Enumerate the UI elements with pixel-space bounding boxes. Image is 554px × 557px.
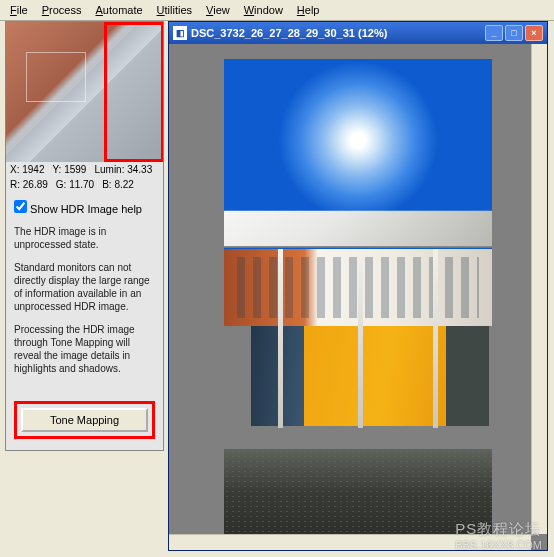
y-value: 1599 (64, 164, 86, 175)
coord-readout: X: 1942 Y: 1599 Lumin: 34.33 (6, 162, 163, 177)
photo-pillar (278, 249, 283, 428)
lumin-value: 34.33 (127, 164, 152, 175)
vertical-scrollbar[interactable] (531, 44, 547, 534)
photo-pillar (358, 249, 363, 428)
image-titlebar[interactable]: ◧ DSC_3732_26_27_28_29_30_31 (12%) _ □ × (169, 22, 547, 44)
hdr-photo (224, 59, 492, 535)
tone-mapping-button[interactable]: Tone Mapping (21, 408, 148, 432)
help-p1: The HDR image is in unprocessed state. (14, 225, 155, 251)
y-label: Y: (52, 164, 61, 175)
menubar: File Process Automate Utilities View Win… (0, 0, 554, 21)
r-label: R: (10, 179, 20, 190)
watermark: PS教程论坛 BBS.16XX8.COM (455, 520, 542, 551)
b-label: B: (102, 179, 111, 190)
minimize-button[interactable]: _ (485, 25, 503, 41)
show-help-checkbox[interactable] (14, 200, 27, 213)
menu-utilities[interactable]: Utilities (151, 2, 198, 18)
hdr-preview[interactable]: _ × (6, 22, 163, 162)
image-canvas[interactable] (169, 44, 547, 550)
help-checkbox-row: Show HDR Image help (14, 200, 155, 215)
help-p3: Processing the HDR image through Tone Ma… (14, 323, 155, 375)
watermark-line2: BBS.16XX8.COM (455, 539, 542, 551)
photo-dark-side (446, 326, 489, 426)
help-p2: Standard monitors can not directly displ… (14, 261, 155, 313)
watermark-line1: PS教程论坛 (455, 520, 542, 539)
preview-panel: _ × X: 1942 Y: 1599 Lumin: 34.33 R: 26.8… (5, 21, 164, 451)
r-value: 26.89 (23, 179, 48, 190)
menu-file[interactable]: File (4, 2, 34, 18)
maximize-button[interactable]: □ (505, 25, 523, 41)
photo-orange-wall (304, 326, 451, 426)
image-window-icon: ◧ (173, 26, 187, 40)
g-label: G: (56, 179, 67, 190)
photo-pillar (433, 249, 438, 428)
rgb-readout: R: 26.89 G: 11.70 B: 8.22 (6, 177, 163, 192)
g-value: 11.70 (69, 179, 94, 190)
image-window: ◧ DSC_3732_26_27_28_29_30_31 (12%) _ □ × (168, 21, 548, 551)
x-label: X: (10, 164, 19, 175)
help-section: Show HDR Image help The HDR image is in … (6, 192, 163, 393)
menu-window[interactable]: Window (238, 2, 289, 18)
image-window-title: DSC_3732_26_27_28_29_30_31 (12%) (191, 27, 483, 39)
menu-process[interactable]: Process (36, 2, 88, 18)
x-value: 1942 (22, 164, 44, 175)
menu-automate[interactable]: Automate (90, 2, 149, 18)
photo-cobblestone (224, 449, 492, 535)
preview-crosshair (26, 52, 86, 102)
photo-roof (224, 211, 492, 248)
close-button[interactable]: × (525, 25, 543, 41)
show-help-label: Show HDR Image help (30, 203, 142, 215)
b-value: 8.22 (114, 179, 133, 190)
lumin-label: Lumin: (94, 164, 124, 175)
menu-help[interactable]: Help (291, 2, 326, 18)
photo-building (224, 221, 492, 459)
tone-mapping-highlight: Tone Mapping (14, 401, 155, 439)
help-text: The HDR image is in unprocessed state. S… (14, 225, 155, 375)
menu-view[interactable]: View (200, 2, 236, 18)
